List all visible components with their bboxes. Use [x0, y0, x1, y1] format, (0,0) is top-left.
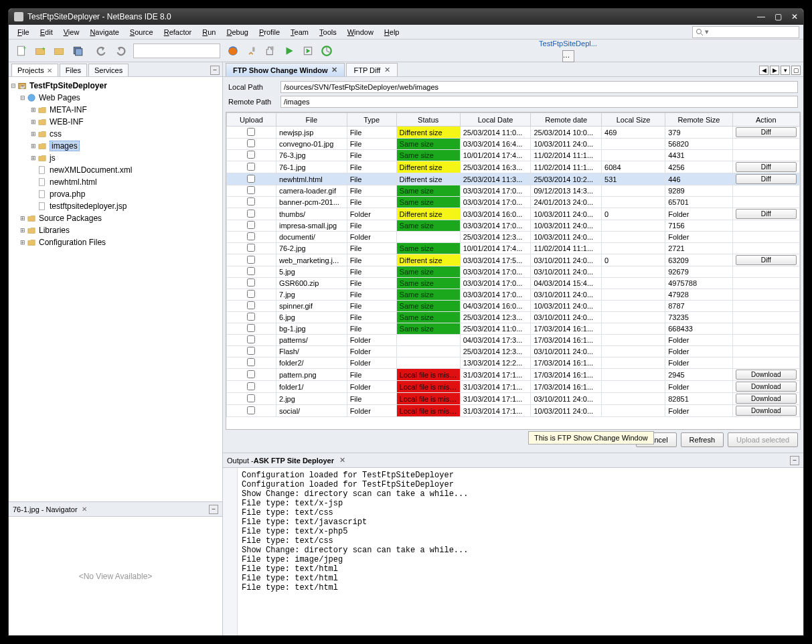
- table-row[interactable]: social/FolderLocal file is miss...31/03/…: [227, 405, 800, 417]
- table-row[interactable]: 7.jpgFileSame size03/03/2014 17:0...03/1…: [227, 289, 800, 301]
- table-row[interactable]: 76-3.jpgFileSame size10/01/2014 17:4...1…: [227, 150, 800, 161]
- table-row[interactable]: pattern.pngFileLocal file is miss...31/0…: [227, 369, 800, 381]
- row-action-button[interactable]: Diff: [736, 174, 797, 184]
- menu-file[interactable]: File: [13, 27, 34, 37]
- tree-item[interactable]: ⊞js: [10, 152, 221, 164]
- output-text[interactable]: Configuration loaded for TestFtpSiteDepl…: [238, 468, 803, 635]
- upload-checkbox[interactable]: [247, 197, 255, 206]
- column-header[interactable]: Remote Size: [665, 113, 732, 127]
- upload-button[interactable]: Upload selected: [728, 432, 798, 447]
- upload-checkbox[interactable]: [247, 210, 255, 218]
- tree-item[interactable]: ⊞Source Packages: [10, 212, 221, 224]
- tree-webpages[interactable]: ⊟Web Pages: [10, 92, 221, 104]
- new-project-icon[interactable]: +: [31, 42, 49, 60]
- tree-item[interactable]: prova.php: [10, 188, 221, 200]
- sidebar-tab-projects[interactable]: Projects ✕: [11, 64, 58, 76]
- menu-source[interactable]: Source: [125, 27, 158, 37]
- upload-checkbox[interactable]: [247, 151, 255, 159]
- menu-run[interactable]: Run: [197, 27, 220, 37]
- row-action-button[interactable]: Download: [736, 406, 797, 416]
- table-row[interactable]: folder2/Folder13/03/2014 12:2...17/03/20…: [227, 357, 800, 369]
- menu-edit[interactable]: Edit: [35, 27, 58, 37]
- menu-refactor[interactable]: Refactor: [159, 27, 197, 37]
- table-row[interactable]: newhtml.htmlFileDifferent size25/03/2014…: [227, 173, 800, 185]
- minimize-pane-icon[interactable]: –: [209, 505, 218, 514]
- table-row[interactable]: spinner.gifFileSame size04/03/2014 16:0.…: [227, 301, 800, 312]
- column-header[interactable]: File: [276, 113, 347, 127]
- row-action-button[interactable]: Download: [736, 370, 797, 380]
- config-dropdown[interactable]: [133, 44, 220, 58]
- table-row[interactable]: 76-2.jpgFileSame size10/01/2014 17:4...1…: [227, 243, 800, 254]
- firefox-icon[interactable]: [224, 42, 242, 60]
- new-file-icon[interactable]: +: [13, 42, 30, 60]
- build-icon[interactable]: [243, 42, 260, 60]
- menu-navigate[interactable]: Navigate: [85, 27, 123, 37]
- menu-profile[interactable]: Profile: [254, 27, 285, 37]
- row-action-button[interactable]: Diff: [736, 209, 797, 219]
- table-row[interactable]: documenti/Folder25/03/2014 12:3...10/03/…: [227, 232, 800, 243]
- tree-item[interactable]: testftpsitedeployer.jsp: [10, 200, 221, 212]
- row-action-button[interactable]: Diff: [736, 127, 797, 137]
- upload-checkbox[interactable]: [247, 128, 255, 136]
- row-action-button[interactable]: Download: [736, 394, 797, 404]
- debug-icon[interactable]: [299, 42, 317, 60]
- upload-checkbox[interactable]: [247, 382, 255, 390]
- upload-checkbox[interactable]: [247, 163, 255, 171]
- close-icon[interactable]: ✕: [791, 12, 798, 21]
- undo-icon[interactable]: [93, 42, 110, 60]
- table-row[interactable]: web_marketing.j...FileDifferent size03/0…: [227, 254, 800, 266]
- table-row[interactable]: thumbs/FolderDifferent size03/03/2014 16…: [227, 208, 800, 220]
- upload-checkbox[interactable]: [247, 232, 255, 240]
- row-action-button[interactable]: Download: [736, 382, 797, 392]
- table-row[interactable]: folder1/FolderLocal file is miss...31/03…: [227, 381, 800, 393]
- tab-list-icon[interactable]: ▾: [781, 66, 790, 75]
- upload-checkbox[interactable]: [247, 347, 255, 355]
- search-input[interactable]: ▾: [692, 26, 799, 38]
- upload-checkbox[interactable]: [247, 221, 255, 229]
- save-all-icon[interactable]: [69, 42, 86, 60]
- sidebar-tab-files[interactable]: Files: [60, 64, 87, 76]
- upload-checkbox[interactable]: [247, 358, 255, 366]
- tree-item[interactable]: ⊞Configuration Files: [10, 236, 221, 248]
- refresh-button[interactable]: Refresh: [681, 432, 724, 447]
- close-icon[interactable]: ✕: [339, 456, 345, 465]
- upload-checkbox[interactable]: [247, 370, 255, 378]
- menu-window[interactable]: Window: [343, 27, 378, 37]
- redo-icon[interactable]: [112, 42, 129, 60]
- tree-item[interactable]: ⊞Libraries: [10, 224, 221, 236]
- run-icon[interactable]: [280, 42, 298, 60]
- upload-checkbox[interactable]: [247, 301, 255, 309]
- upload-checkbox[interactable]: [247, 244, 255, 252]
- local-path-input[interactable]: [280, 81, 798, 93]
- column-header[interactable]: Status: [396, 113, 460, 127]
- tree-root[interactable]: ⊟☕TestFtpSiteDeployer: [10, 80, 221, 92]
- tab-prev-icon[interactable]: ◀: [759, 66, 768, 75]
- minimize-pane-icon[interactable]: –: [210, 66, 220, 75]
- column-header[interactable]: Local Date: [460, 113, 531, 127]
- table-row[interactable]: newjsp.jspFileDifferent size25/03/2014 1…: [227, 127, 800, 139]
- column-header[interactable]: Type: [347, 113, 396, 127]
- tree-item[interactable]: ⊞images: [10, 140, 221, 152]
- open-project-icon[interactable]: [50, 42, 68, 60]
- minimize-icon[interactable]: —: [757, 12, 765, 21]
- maximize-icon[interactable]: ▢: [775, 12, 782, 21]
- file-table[interactable]: UploadFileTypeStatusLocal DateRemote dat…: [226, 112, 801, 430]
- tree-item[interactable]: ⊞css: [10, 128, 221, 140]
- project-link[interactable]: TestFtpSiteDepl...: [539, 39, 597, 48]
- minimize-pane-icon[interactable]: –: [790, 456, 799, 465]
- menu-view[interactable]: View: [59, 27, 84, 37]
- close-icon[interactable]: ✕: [82, 505, 87, 513]
- table-row[interactable]: camera-loader.gifFileSame size03/03/2014…: [227, 185, 800, 197]
- upload-checkbox[interactable]: [247, 175, 255, 183]
- row-action-button[interactable]: Diff: [736, 162, 797, 172]
- menu-tools[interactable]: Tools: [315, 27, 341, 37]
- maximize-pane-icon[interactable]: ▢: [791, 66, 801, 75]
- table-row[interactable]: Flash/Folder25/03/2014 12:3...03/10/2011…: [227, 346, 800, 357]
- tree-item[interactable]: newXMLDocument.xml: [10, 164, 221, 176]
- profile-icon[interactable]: [318, 42, 335, 60]
- column-header[interactable]: Action: [732, 113, 799, 127]
- table-row[interactable]: 5.jpgFileSame size03/03/2014 17:0...03/1…: [227, 266, 800, 278]
- tree-item[interactable]: ⊞WEB-INF: [10, 116, 221, 128]
- remote-path-input[interactable]: [280, 96, 798, 108]
- table-row[interactable]: bg-1.jpgFileSame size25/03/2014 11:0...1…: [227, 323, 800, 335]
